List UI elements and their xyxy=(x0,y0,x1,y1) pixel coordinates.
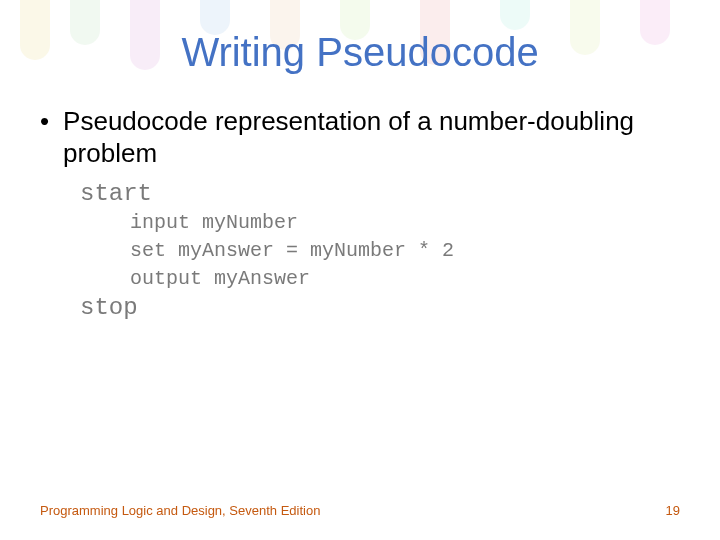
bullet-item: • Pseudocode representation of a number-… xyxy=(40,105,680,169)
pseudocode-block: start input myNumber set myAnswer = myNu… xyxy=(80,179,680,323)
code-line-output: output myAnswer xyxy=(80,265,680,293)
content-area: • Pseudocode representation of a number-… xyxy=(40,105,680,323)
code-line-start: start xyxy=(80,179,680,209)
code-line-input: input myNumber xyxy=(80,209,680,237)
footer-text: Programming Logic and Design, Seventh Ed… xyxy=(40,503,320,518)
bullet-text: Pseudocode representation of a number-do… xyxy=(63,105,680,169)
code-line-stop: stop xyxy=(80,293,680,323)
bullet-marker: • xyxy=(40,105,49,137)
code-line-set: set myAnswer = myNumber * 2 xyxy=(80,237,680,265)
page-number: 19 xyxy=(666,503,680,518)
slide-title: Writing Pseudocode xyxy=(0,30,720,75)
